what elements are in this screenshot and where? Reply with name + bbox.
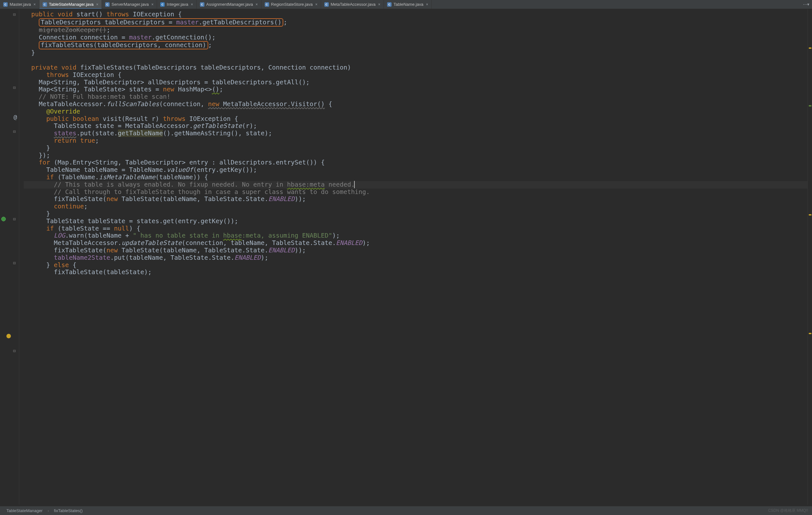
- class-icon: C: [160, 2, 165, 7]
- caret-line: // This table is always enabled. No fixu…: [24, 181, 808, 189]
- tab-servermanager[interactable]: C ServerManager.java ×: [102, 0, 157, 9]
- stripe-warning[interactable]: [809, 214, 811, 216]
- class-icon: C: [3, 2, 8, 7]
- close-icon[interactable]: ×: [315, 2, 318, 7]
- editor-area: ⊟ ⊟ @ ⊟ ⊟ ⊟ ⊟ public void start() throws…: [0, 9, 812, 505]
- breadcrumb-class[interactable]: TableStateManager: [4, 508, 45, 514]
- tab-overflow[interactable]: ⋯▾: [803, 2, 812, 7]
- close-icon[interactable]: ×: [191, 2, 193, 7]
- fold-icon[interactable]: ⊟: [13, 261, 17, 266]
- tab-label: TableName.java: [394, 2, 423, 7]
- close-icon[interactable]: ×: [426, 2, 428, 7]
- tab-label: RegionStateStore.java: [271, 2, 313, 7]
- stripe-warning[interactable]: [809, 48, 811, 49]
- fold-icon[interactable]: ⊟: [13, 129, 17, 134]
- gutter[interactable]: ⊟ ⊟ @ ⊟ ⊟ ⊟ ⊟: [0, 9, 19, 505]
- text-caret: [354, 181, 355, 188]
- class-icon: C: [387, 2, 392, 7]
- deprecated-call: migrateZooKeeper(): [39, 26, 106, 34]
- close-icon[interactable]: ×: [33, 2, 35, 7]
- class-icon: C: [42, 2, 47, 7]
- chevron-right-icon: ›: [46, 508, 50, 513]
- tab-integer[interactable]: C Integer.java ×: [157, 0, 197, 9]
- fold-icon[interactable]: ⊟: [13, 348, 17, 353]
- fold-icon[interactable]: ⊟: [13, 85, 17, 90]
- close-icon[interactable]: ×: [151, 2, 153, 7]
- tab-tablename[interactable]: C TableName.java ×: [384, 0, 432, 9]
- tab-assignmentmanager[interactable]: C AssignmentManager.java ×: [197, 0, 261, 9]
- stripe-warning[interactable]: [809, 333, 811, 334]
- class-icon: C: [265, 2, 269, 7]
- overflow-icon: ⋯▾: [803, 2, 809, 7]
- tab-metatableaccessor[interactable]: C MetaTableAccessor.java ×: [321, 0, 384, 9]
- tab-regionstatestore[interactable]: C RegionStateStore.java ×: [261, 0, 321, 9]
- code-editor[interactable]: public void start() throws IOException {…: [19, 9, 808, 505]
- fold-icon[interactable]: ⊟: [13, 12, 17, 17]
- tab-label: Integer.java: [167, 2, 188, 7]
- tab-tablestatemanager[interactable]: C TableStateManager.java ×: [39, 0, 102, 9]
- class-icon: C: [324, 2, 329, 7]
- tab-label: ServerManager.java: [112, 2, 149, 7]
- override-gutter-icon[interactable]: @: [13, 113, 17, 120]
- breadcrumbs: TableStateManager › fixTableStates() CSD…: [0, 506, 812, 515]
- tab-label: Master.java: [10, 2, 31, 7]
- tab-master[interactable]: C Master.java ×: [0, 0, 39, 9]
- close-icon[interactable]: ×: [96, 2, 98, 7]
- stripe-ok[interactable]: [809, 105, 811, 106]
- tab-label: TableStateManager.java: [49, 2, 93, 7]
- editor-tabs: C Master.java × C TableStateManager.java…: [0, 0, 812, 9]
- intention-bulb-icon[interactable]: [6, 334, 11, 338]
- highlighted-code-2: fixTableStates(tableDescriptors, connect…: [39, 41, 208, 49]
- highlighted-code-1: TableDescriptors tableDescriptors = mast…: [39, 18, 283, 27]
- close-icon[interactable]: ×: [378, 2, 380, 7]
- fold-icon[interactable]: ⊟: [13, 216, 17, 222]
- tab-label: MetaTableAccessor.java: [331, 2, 376, 7]
- watermark: CSDN @格格巫 MMQ!!: [768, 508, 808, 513]
- breadcrumb-method[interactable]: fixTableStates(): [51, 508, 85, 514]
- close-icon[interactable]: ×: [256, 2, 258, 7]
- error-stripe[interactable]: [808, 9, 812, 505]
- class-icon: C: [105, 2, 110, 7]
- class-icon: C: [200, 2, 204, 7]
- tab-label: AssignmentManager.java: [206, 2, 253, 7]
